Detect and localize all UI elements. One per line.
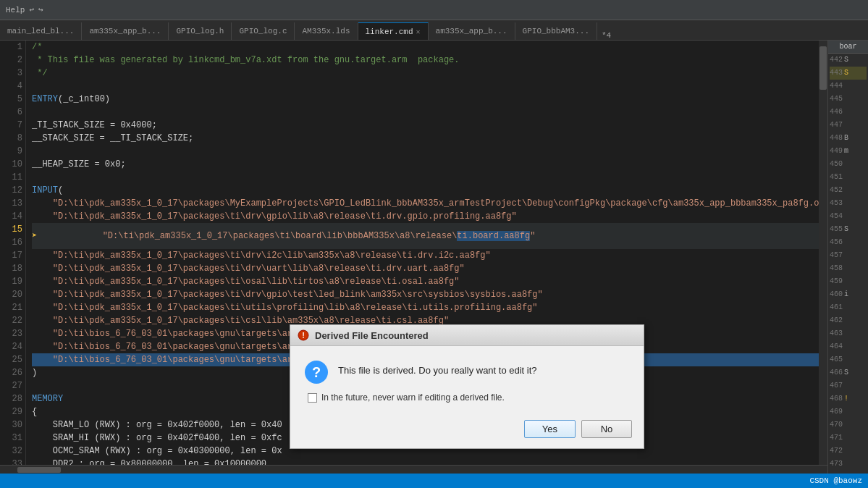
help-menu[interactable]: Help bbox=[6, 6, 25, 14]
code-line: __STACK_SIZE = __TI_STACK_SIZE; bbox=[32, 132, 822, 145]
status-right: CSDN @baowz bbox=[809, 476, 862, 485]
dialog-container: ! Derived File Encountered ? This file i… bbox=[290, 324, 644, 449]
right-line-item: 464 bbox=[830, 340, 867, 353]
right-line-item: 458 bbox=[830, 262, 867, 275]
line-numbers: 1 2 3 4 5 6 7 8 9 10 11 12 13 14 15 16 1… bbox=[0, 41, 26, 488]
tab-bar: main_led_bl... am335x_app_b... GPIO_log.… bbox=[0, 20, 868, 41]
code-line: "D:\ti\pdk_am335x_1_0_17\packages\ti\drv… bbox=[32, 262, 822, 275]
right-line-item: 450 bbox=[830, 158, 867, 171]
right-line-item: 465 bbox=[830, 353, 867, 366]
redo-button[interactable]: ↪ bbox=[38, 5, 43, 14]
code-line: "D:\ti\pdk_am335x_1_0_17\packages\ti\drv… bbox=[32, 249, 822, 262]
never-warn-label: In the future, never warn if editing a d… bbox=[321, 392, 505, 403]
tab-more[interactable]: *4 bbox=[597, 31, 615, 40]
code-line: * This file was generated by linkcmd_bm_… bbox=[32, 54, 822, 67]
right-line-item: 473 bbox=[830, 458, 867, 471]
tab-label: AM335x.lds bbox=[302, 27, 350, 35]
tab-label: main_led_bl... bbox=[7, 27, 74, 35]
right-panel-title: boar bbox=[828, 41, 868, 54]
right-line-item: 459 bbox=[830, 275, 867, 288]
derived-file-dialog: ! Derived File Encountered ? This file i… bbox=[290, 324, 644, 449]
dialog-title-bar: ! Derived File Encountered bbox=[290, 325, 644, 346]
code-line: /* bbox=[32, 41, 822, 54]
code-line: "D:\ti\pdk_am335x_1_0_17\packages\MyExam… bbox=[32, 197, 822, 210]
right-line-item: 462 bbox=[830, 314, 867, 327]
code-line: INPUT( bbox=[32, 184, 822, 197]
tab-label: am335x_app_b... bbox=[89, 27, 161, 35]
right-line-item: 467 bbox=[830, 379, 867, 392]
tab-label: GPIO_log.h bbox=[176, 27, 224, 35]
right-line-item: 461 bbox=[830, 301, 867, 314]
right-line-item: 472 bbox=[830, 445, 867, 458]
yes-button[interactable]: Yes bbox=[524, 420, 576, 438]
tab-gpio-bbb[interactable]: GPIO_bbbAM3... bbox=[515, 22, 597, 40]
vertical-scrollbar[interactable] bbox=[819, 41, 827, 465]
right-line-item: 448B bbox=[830, 132, 867, 145]
tab-am335x-app-b[interactable]: am335x_app_b... bbox=[82, 22, 169, 40]
tab-close-icon[interactable]: ✕ bbox=[416, 28, 421, 36]
right-line-item: 442S bbox=[830, 54, 867, 67]
code-line-highlighted: ➤ "D:\ti\pdk_am335x_1_0_17\packages\ti\b… bbox=[32, 223, 822, 249]
right-line-item: 470 bbox=[830, 418, 867, 432]
right-line-item: 444 bbox=[830, 80, 867, 93]
scrollbar-thumb[interactable] bbox=[819, 46, 827, 90]
dialog-message-row: ? This file is derived. Do you really wa… bbox=[305, 361, 629, 384]
dialog-title-text: Derived File Encountered bbox=[315, 330, 429, 341]
code-line: __HEAP_SIZE = 0x0; bbox=[32, 158, 822, 171]
status-credit: CSDN @baowz bbox=[809, 476, 862, 485]
status-bar: CSDN @baowz bbox=[0, 474, 868, 488]
code-line: "D:\ti\pdk_am335x_1_0_17\packages\ti\osa… bbox=[32, 275, 822, 288]
right-line-item: 446 bbox=[830, 106, 867, 119]
dialog-checkbox-row: In the future, never warn if editing a d… bbox=[305, 392, 629, 403]
code-line bbox=[32, 106, 822, 119]
code-line: */ bbox=[32, 67, 822, 80]
svg-text:!: ! bbox=[302, 331, 305, 340]
right-line-item: 447 bbox=[830, 119, 867, 132]
right-line-item: 471 bbox=[830, 432, 867, 445]
right-line-item: 466S bbox=[830, 366, 867, 379]
right-line-item: 463 bbox=[830, 327, 867, 340]
horizontal-scrollbar[interactable] bbox=[0, 465, 827, 474]
tab-label: am335x_app_b... bbox=[436, 27, 507, 35]
right-line-item: 468! bbox=[830, 392, 867, 405]
tab-am335x-app-b2[interactable]: am335x_app_b... bbox=[429, 22, 515, 40]
tab-gpio-log-h[interactable]: GPIO_log.h bbox=[169, 22, 232, 40]
right-line-item: 449m bbox=[830, 145, 867, 158]
no-button[interactable]: No bbox=[581, 420, 632, 438]
code-line: "D:\ti\pdk_am335x_1_0_17\packages\ti\uti… bbox=[32, 301, 822, 314]
right-line-item: 457 bbox=[830, 249, 867, 262]
tab-label: linker.cmd bbox=[366, 28, 413, 36]
code-line bbox=[32, 145, 822, 158]
right-line-item: 455S bbox=[830, 223, 867, 236]
right-line-item: 469 bbox=[830, 405, 867, 418]
tab-am335x-lds[interactable]: AM335x.lds bbox=[295, 22, 358, 40]
code-line bbox=[32, 171, 822, 184]
tab-linker-cmd[interactable]: linker.cmd ✕ bbox=[358, 22, 429, 40]
dialog-body: ? This file is derived. Do you really wa… bbox=[290, 346, 644, 414]
tab-label: GPIO_bbbAM3... bbox=[523, 27, 589, 35]
code-line: ENTRY(_c_int00) bbox=[32, 93, 822, 106]
h-scrollbar-thumb[interactable] bbox=[17, 467, 61, 473]
right-line-item: 452 bbox=[830, 184, 867, 197]
undo-button[interactable]: ↩ bbox=[29, 5, 34, 14]
toolbar: Help ↩ ↪ bbox=[0, 0, 868, 20]
dialog-message: This file is derived. Do you really want… bbox=[338, 361, 537, 376]
right-line-item: 443S bbox=[830, 67, 867, 80]
question-icon: ? bbox=[305, 361, 328, 384]
warning-icon: ! bbox=[298, 329, 309, 341]
right-line-item: 454 bbox=[830, 210, 867, 223]
right-line-item: 445 bbox=[830, 93, 867, 106]
right-panel: boar 442S 443S 444 445 446 447 448B 449m… bbox=[827, 41, 868, 488]
code-line: "D:\ti\pdk_am335x_1_0_17\packages\ti\drv… bbox=[32, 210, 822, 223]
code-line: "D:\ti\pdk_am335x_1_0_17\packages\ti\drv… bbox=[32, 288, 822, 301]
tab-label: GPIO_log.c bbox=[239, 27, 287, 35]
dialog-buttons: Yes No bbox=[290, 414, 644, 448]
tab-gpio-log-c[interactable]: GPIO_log.c bbox=[232, 22, 295, 40]
code-line bbox=[32, 80, 822, 93]
code-line: _TI_STACK_SIZE = 0x4000; bbox=[32, 119, 822, 132]
right-line-item: 460i bbox=[830, 288, 867, 301]
never-warn-checkbox[interactable] bbox=[308, 393, 317, 403]
tab-main-led[interactable]: main_led_bl... bbox=[0, 22, 82, 40]
right-line-item: 451 bbox=[830, 171, 867, 184]
right-line-item: 453 bbox=[830, 197, 867, 210]
